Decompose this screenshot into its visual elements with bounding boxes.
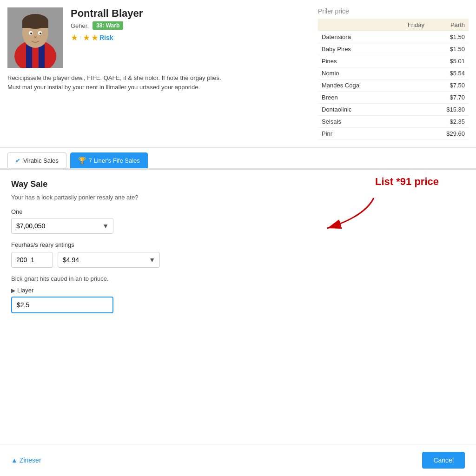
- row-parth: $2.35: [428, 116, 469, 128]
- svg-point-11: [40, 33, 41, 34]
- table-row: Nomio $5.54: [318, 67, 469, 79]
- player-avatar: [7, 7, 63, 68]
- field-one-group: One $7,00,050 ▼: [11, 208, 465, 234]
- row-friday: [390, 67, 428, 79]
- risk-label: Risk: [99, 34, 113, 41]
- trophy-icon: 🏆: [78, 157, 86, 164]
- row-friday: [390, 55, 428, 67]
- row-friday: [390, 31, 428, 43]
- chevron-up-icon: ▲: [11, 456, 18, 464]
- row-name: Mandes Cogal: [318, 79, 390, 92]
- field-one-label: One: [11, 208, 465, 215]
- tabs-row: ✔ Virabic Sales 🏆 7 Liner's Fife Sales: [0, 148, 476, 168]
- row-parth: $15.30: [428, 104, 469, 116]
- bottom-section: List *91 price Way Sale Your has a look …: [0, 169, 476, 444]
- row-name: Pines: [318, 55, 390, 67]
- tab-liner-fife-sales[interactable]: 🏆 7 Liner's Fife Sales: [70, 152, 148, 168]
- player-gender: Geher.: [71, 22, 89, 29]
- zineser-link[interactable]: ▲ Zineser: [11, 456, 41, 464]
- price-section: Priler price Friday Parth Datensiora $1.…: [311, 7, 469, 140]
- col-header-parth: Parth: [428, 19, 469, 31]
- row-name: Nomio: [318, 67, 390, 79]
- svg-rect-3: [26, 45, 32, 68]
- row-parth: $29.60: [428, 128, 469, 140]
- row-parth: $1.50: [428, 43, 469, 55]
- field-two-label: Feurhas/s reary sntings: [11, 241, 465, 248]
- row-name: Datensiora: [318, 31, 390, 43]
- table-row: Mandes Cogal $7.50: [318, 79, 469, 92]
- chevron-right-icon: ▶: [11, 287, 15, 294]
- row-friday: [390, 116, 428, 128]
- field-one-select-wrapper[interactable]: $7,00,050 ▼: [11, 218, 113, 234]
- field-one-select[interactable]: $7,00,050: [11, 218, 113, 234]
- player-stars: ★↑★★ Risk: [71, 33, 301, 43]
- table-row: Baby Plres $1.50: [318, 43, 469, 55]
- row-friday: [390, 43, 428, 55]
- cancel-button[interactable]: Cancel: [422, 452, 465, 469]
- col-header-name: [318, 19, 390, 31]
- row-name: Breen: [318, 92, 390, 104]
- row-parth: $7.50: [428, 79, 469, 92]
- sub-field-group: ▶ Llayer: [11, 287, 465, 313]
- price-title: Priler price: [318, 7, 469, 15]
- way-sale-question: Your has a look partasily ponier resaly …: [11, 194, 465, 201]
- row-parth: $7.70: [428, 92, 469, 104]
- field-two-qty[interactable]: [11, 252, 53, 268]
- row-parth: $1.50: [428, 31, 469, 43]
- row-friday: [390, 79, 428, 92]
- player-name: Pontrall Blayer: [71, 7, 301, 20]
- table-row: Breen $7.70: [318, 92, 469, 104]
- table-row: Pinr $29.60: [318, 128, 469, 140]
- row-name: Selsals: [318, 116, 390, 128]
- table-row: Dontaolinic $15.30: [318, 104, 469, 116]
- row-name: Dontaolinic: [318, 104, 390, 116]
- svg-rect-4: [39, 45, 45, 68]
- footer-link-label: Zineser: [20, 456, 41, 464]
- tab-liner-label: 7 Liner's Fife Sales: [89, 157, 140, 164]
- col-header-friday: Friday: [390, 19, 428, 31]
- red-arrow: [299, 193, 383, 237]
- footer-row: ▲ Zineser Cancel: [0, 444, 476, 476]
- row-friday: [390, 92, 428, 104]
- price-table: Friday Parth Datensiora $1.50 Baby Plres…: [318, 19, 469, 140]
- table-row: Selsals $2.35: [318, 116, 469, 128]
- row-name: Pinr: [318, 128, 390, 140]
- annotation-label: List *91 price: [375, 176, 439, 188]
- svg-rect-7: [22, 20, 48, 28]
- table-row: Pines $5.01: [318, 55, 469, 67]
- row-friday: [390, 104, 428, 116]
- field-two-group: Feurhas/s reary sntings $4.94 ▼: [11, 241, 465, 268]
- sub-value-input[interactable]: [11, 297, 113, 313]
- table-row: Datensiora $1.50: [318, 31, 469, 43]
- svg-point-10: [30, 33, 32, 34]
- row-parth: $5.01: [428, 55, 469, 67]
- field-two-select[interactable]: $4.94: [58, 252, 160, 268]
- check-icon: ✔: [15, 157, 20, 164]
- tab-virabic-label: Virabic Sales: [23, 157, 59, 164]
- sub-label: ▶ Llayer: [11, 287, 465, 294]
- player-description: Recicipssele the player dew., FIFE. QAFE…: [7, 73, 221, 92]
- player-meta: Geher. 38: Warb: [71, 21, 301, 30]
- row-name: Baby Plres: [318, 43, 390, 55]
- player-badge: 38: Warb: [93, 21, 123, 30]
- field-two-row: $4.94 ▼: [11, 252, 465, 268]
- field-two-select-wrapper[interactable]: $4.94 ▼: [58, 252, 160, 268]
- row-parth: $5.54: [428, 67, 469, 79]
- row-friday: [390, 128, 428, 140]
- tab-virabic-sales[interactable]: ✔ Virabic Sales: [7, 152, 66, 168]
- sub-description: Bick gnart hits caued in an to priuce.: [11, 275, 465, 282]
